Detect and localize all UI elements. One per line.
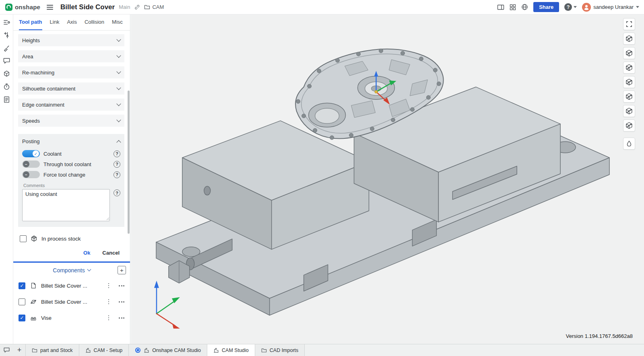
add-tool-icon[interactable]	[2, 31, 10, 39]
chevron-down-icon	[116, 69, 121, 74]
vertical-dots-icon[interactable]	[105, 299, 113, 305]
section-label: Edge containment	[22, 102, 64, 108]
component-label: Billet Side Cover ...	[41, 283, 101, 289]
cam-machine-icon	[144, 348, 149, 353]
tab-cam-studio[interactable]: CAM Studio	[207, 344, 255, 356]
component-checkbox[interactable]	[19, 298, 25, 305]
section-view-button-3[interactable]	[623, 62, 635, 74]
section-area[interactable]: Area	[18, 50, 124, 62]
section-silhouette-containment[interactable]: Silhouette containment	[18, 82, 124, 95]
hamburger-menu-icon[interactable]	[47, 5, 53, 10]
cancel-button[interactable]: Cancel	[102, 250, 120, 256]
tab-part-and-stock[interactable]: part and Stock	[25, 344, 79, 356]
dialog-scroll-area: Heights Area Re-machining Silhouette con…	[13, 31, 130, 261]
comments-textarea[interactable]: Using coolant	[22, 189, 110, 221]
toggle-row-through-tool-coolant: Through tool coolant ?	[22, 159, 120, 169]
help-circle-icon[interactable]: ?	[114, 171, 120, 178]
panels-layout-icon[interactable]	[497, 4, 504, 10]
breadcrumb-cam[interactable]: CAM	[144, 4, 164, 10]
link-icon[interactable]	[134, 4, 140, 10]
operations-list-icon[interactable]	[2, 95, 10, 103]
tab-link[interactable]: Link	[50, 14, 60, 30]
cam-machine-icon	[85, 348, 91, 353]
component-row-billet-side-cover-1[interactable]: Billet Side Cover ...	[13, 278, 130, 294]
help-menu[interactable]: ?	[564, 3, 577, 11]
vertical-dots-icon[interactable]	[105, 315, 113, 321]
component-row-vise[interactable]: Vise	[13, 310, 130, 326]
user-name: sandeep Urankar	[593, 4, 634, 10]
in-process-stock-icon	[30, 235, 38, 243]
share-button[interactable]: Share	[533, 2, 559, 12]
simulation-cube-icon[interactable]	[2, 70, 10, 78]
vertical-dots-icon[interactable]	[105, 283, 113, 288]
more-menu-icon[interactable]	[116, 285, 127, 286]
component-row-billet-side-cover-2[interactable]: Billet Side Cover ...	[13, 294, 130, 310]
toolpath-list-icon[interactable]	[2, 18, 10, 26]
section-posting[interactable]: Posting	[22, 134, 120, 148]
section-label: Re-machining	[22, 70, 54, 76]
3d-viewport[interactable]: Version 1.194.1767.5d662a8	[131, 14, 644, 344]
globe-icon[interactable]	[521, 4, 528, 10]
add-tab-button[interactable]: +	[13, 344, 25, 356]
section-view-button-5[interactable]	[623, 91, 635, 103]
app-window: onshape Billet Side Cover Main CAM Share…	[0, 0, 644, 356]
toggle-label: Force tool change	[43, 172, 85, 178]
force-tool-change-toggle[interactable]	[22, 171, 40, 178]
tab-axis[interactable]: Axis	[67, 14, 77, 30]
section-view-button-1[interactable]	[623, 33, 635, 45]
section-edge-containment[interactable]: Edge containment	[18, 99, 124, 111]
fullscreen-button[interactable]	[623, 18, 635, 30]
top-bar-right: Share ? sandeep Urankar	[497, 2, 639, 12]
help-circle-icon[interactable]: ?	[114, 189, 120, 196]
comments-label: Comments	[23, 183, 110, 188]
section-label: Posting	[22, 138, 39, 144]
chevron-down-icon	[87, 268, 91, 272]
component-checkbox[interactable]	[19, 315, 25, 321]
component-label: Billet Side Cover ...	[41, 299, 101, 305]
tab-cam-setup[interactable]: CAM - Setup	[79, 344, 129, 356]
user-menu[interactable]: sandeep Urankar	[582, 3, 639, 12]
more-menu-icon[interactable]	[116, 301, 127, 302]
3d-model-canvas[interactable]	[131, 14, 644, 344]
tab-onshape-cam-studio[interactable]: Onshape CAM Studio	[128, 344, 207, 356]
vise-icon	[29, 314, 37, 322]
section-view-button-2[interactable]	[623, 47, 635, 59]
top-bar: onshape Billet Side Cover Main CAM Share…	[0, 0, 644, 14]
ok-button[interactable]: Ok	[83, 250, 90, 256]
tab-tool-path[interactable]: Tool path	[19, 14, 42, 30]
document-title: Billet Side Cover	[60, 3, 115, 11]
onshape-logo[interactable]: onshape	[5, 3, 40, 11]
help-circle-icon[interactable]: ?	[114, 150, 120, 157]
coolant-droplet-button[interactable]	[623, 138, 635, 150]
workspace-name[interactable]: Main	[119, 4, 130, 10]
panel-scrollbar-thumb[interactable]	[128, 91, 130, 234]
finish-brush-icon[interactable]	[2, 44, 10, 52]
more-menu-icon[interactable]	[116, 317, 127, 319]
section-view-button-4[interactable]	[623, 76, 635, 88]
comment-icon[interactable]	[2, 57, 10, 65]
linked-doc-icon	[135, 347, 141, 353]
add-component-button[interactable]: +	[118, 266, 126, 274]
section-heights[interactable]: Heights	[18, 34, 124, 46]
components-header: Components +	[13, 263, 130, 278]
coolant-toggle[interactable]	[22, 150, 40, 157]
tab-collision[interactable]: Collision	[85, 14, 104, 30]
section-re-machining[interactable]: Re-machining	[18, 66, 124, 78]
tab-cad-imports[interactable]: CAD Imports	[255, 344, 305, 356]
help-circle-icon[interactable]: ?	[114, 161, 120, 168]
timer-icon[interactable]	[2, 82, 10, 91]
through-tool-coolant-toggle[interactable]	[22, 161, 40, 168]
toggle-knob	[23, 171, 29, 178]
component-checkbox[interactable]	[19, 282, 25, 289]
apps-grid-icon[interactable]	[510, 4, 516, 10]
comment-icon[interactable]	[0, 344, 13, 356]
chevron-down-icon	[116, 53, 121, 58]
section-view-button-7[interactable]	[623, 119, 635, 132]
in-process-stock-checkbox[interactable]	[20, 235, 27, 242]
tab-bar-scroll-area[interactable]	[305, 344, 644, 356]
components-title[interactable]: Components	[53, 267, 90, 274]
section-view-button-6[interactable]	[623, 105, 635, 117]
tab-misc[interactable]: Misc	[112, 14, 123, 30]
section-speeds[interactable]: Speeds	[18, 115, 124, 127]
breadcrumb-label: CAM	[152, 4, 164, 10]
